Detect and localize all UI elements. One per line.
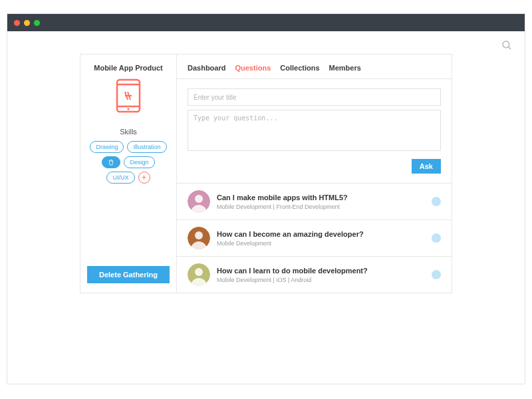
close-icon[interactable] xyxy=(14,20,20,26)
svg-point-9 xyxy=(195,231,203,239)
tab-members[interactable]: Members xyxy=(329,64,361,72)
body: Mobile App Product Skills Drawing Illust… xyxy=(7,31,525,384)
delete-gathering-button[interactable]: Delete Gathering xyxy=(87,266,170,283)
avatar xyxy=(188,227,210,249)
list-item[interactable]: How can I learn to do mobile development… xyxy=(177,257,452,293)
status-badge xyxy=(432,233,441,243)
question-meta: Mobile Development xyxy=(217,240,425,247)
tab-dashboard[interactable]: Dashboard xyxy=(188,64,225,72)
status-badge xyxy=(432,270,441,279)
tab-collections[interactable]: Collections xyxy=(280,64,319,72)
question-title-input[interactable] xyxy=(188,88,441,106)
maximize-icon[interactable] xyxy=(34,20,40,26)
ask-row: Ask xyxy=(188,159,441,174)
panel: Mobile App Product Skills Drawing Illust… xyxy=(80,54,452,293)
avatar xyxy=(188,263,210,286)
phone-icon xyxy=(115,78,142,116)
svg-point-0 xyxy=(503,41,509,48)
svg-line-1 xyxy=(509,47,511,49)
search-icon[interactable] xyxy=(501,39,513,54)
question-title: How can I learn to do mobile development… xyxy=(217,267,425,275)
question-meta: Mobile Development | iOS | Android xyxy=(217,277,425,283)
ask-button[interactable]: Ask xyxy=(412,159,441,174)
skills-heading: Skills xyxy=(120,128,137,136)
skill-chip[interactable]: Design xyxy=(124,156,154,168)
skill-chip[interactable]: UI/UX xyxy=(106,172,134,184)
skill-chip[interactable]: Drawing xyxy=(90,141,124,153)
question-title: Can I make mobile apps with HTML5? xyxy=(217,194,425,201)
skill-chips: Drawing Illustration Design UI/UX + xyxy=(87,141,170,184)
question-meta: Mobile Development | Front-End Developme… xyxy=(217,203,425,210)
tabs: Dashboard Questions Collections Members xyxy=(177,55,452,79)
question-text: Can I make mobile apps with HTML5? Mobil… xyxy=(217,194,425,210)
list-item[interactable]: Can I make mobile apps with HTML5? Mobil… xyxy=(177,184,452,220)
add-skill-button[interactable]: + xyxy=(138,172,150,184)
question-text: How can I learn to do mobile development… xyxy=(217,267,425,283)
question-title: How can I become an amazing developer? xyxy=(217,230,425,238)
question-body-input[interactable] xyxy=(188,110,441,151)
avatar xyxy=(188,190,210,213)
list-item[interactable]: How can I become an amazing developer? M… xyxy=(177,220,452,257)
tab-questions[interactable]: Questions xyxy=(235,64,271,72)
app-window: Mobile App Product Skills Drawing Illust… xyxy=(7,13,525,384)
minimize-icon[interactable] xyxy=(24,20,30,26)
svg-point-5 xyxy=(127,108,129,110)
compose-area: Ask xyxy=(177,79,452,184)
svg-point-7 xyxy=(195,195,203,203)
titlebar xyxy=(7,14,525,31)
status-badge xyxy=(432,197,441,206)
sidebar: Mobile App Product Skills Drawing Illust… xyxy=(80,55,177,293)
svg-point-11 xyxy=(195,268,203,276)
gathering-title: Mobile App Product xyxy=(94,64,162,72)
question-list: Can I make mobile apps with HTML5? Mobil… xyxy=(177,184,452,293)
skill-chip-active[interactable] xyxy=(102,156,120,168)
question-text: How can I become an amazing developer? M… xyxy=(217,230,425,247)
skill-chip[interactable]: Illustration xyxy=(127,141,166,153)
main: Dashboard Questions Collections Members … xyxy=(177,55,452,293)
